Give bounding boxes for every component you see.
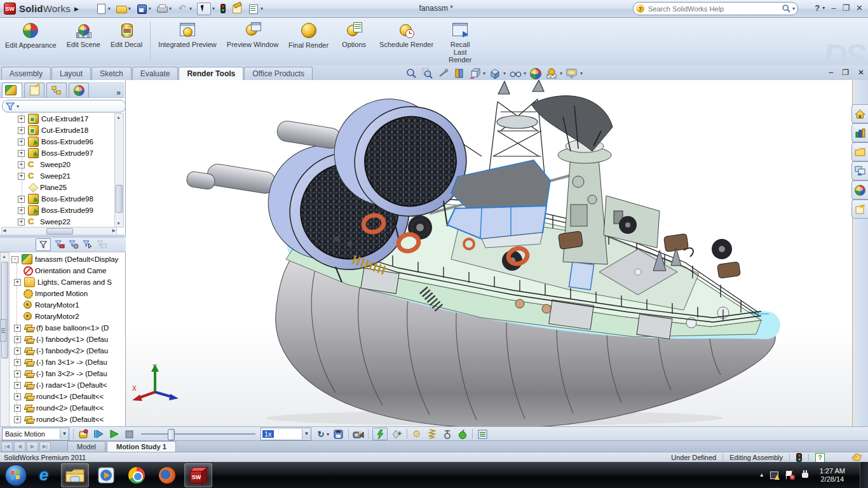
expand-toggle[interactable]: + xyxy=(14,359,21,366)
expand-toggle[interactable]: + xyxy=(18,173,25,180)
tab-evaluate[interactable]: Evaluate xyxy=(132,67,179,80)
filter-all-icon[interactable] xyxy=(36,238,51,251)
tree-item-root[interactable]: -fanassm (Default<Display xyxy=(9,254,125,265)
last-tab-button[interactable]: ▶| xyxy=(39,442,51,452)
spring-icon[interactable] xyxy=(426,428,438,440)
motion-properties-icon[interactable] xyxy=(477,428,488,440)
file-explorer-icon[interactable] xyxy=(851,142,868,161)
tree-item[interactable]: Orientation and Came xyxy=(9,265,125,276)
expand-toggle[interactable]: + xyxy=(14,279,21,286)
tree-item[interactable]: +(-) fan 3<2> -> (Defau xyxy=(9,368,125,379)
minimize-button[interactable]: – xyxy=(831,3,836,13)
displaymanager-icon[interactable] xyxy=(69,83,89,97)
tree-item[interactable]: RotaryMotor2 xyxy=(9,311,125,322)
tray-expand-icon[interactable]: ▲ xyxy=(759,472,764,478)
expand-toggle[interactable]: + xyxy=(14,336,21,343)
prev-tab-button[interactable]: ◀ xyxy=(14,442,25,452)
expand-toggle[interactable]: + xyxy=(18,161,25,168)
propertymanager-icon[interactable] xyxy=(24,83,44,97)
next-tab-button[interactable]: ▶ xyxy=(27,442,38,452)
tree-item[interactable]: +round<2> (Default<< xyxy=(9,402,125,414)
previous-view-icon[interactable] xyxy=(437,67,449,79)
view-settings-dropdown[interactable]: ▾ xyxy=(580,71,583,76)
design-library-icon[interactable] xyxy=(851,123,868,142)
tree-item[interactable]: +Boss-Extrude98 xyxy=(0,193,132,205)
display-style-dropdown[interactable]: ▾ xyxy=(503,71,506,76)
preview-window-button[interactable]: Preview Window xyxy=(223,20,282,50)
tag-icon[interactable] xyxy=(850,453,863,462)
tree-item[interactable]: +Cut-Extrude17 xyxy=(0,113,132,125)
expand-toggle[interactable]: + xyxy=(14,370,21,377)
filter-selected-icon[interactable] xyxy=(83,240,93,249)
zoom-to-area-icon[interactable] xyxy=(421,67,433,79)
tree-item[interactable]: +round<1> (Default<< xyxy=(9,391,125,402)
traffic-light-icon[interactable] xyxy=(796,453,802,462)
expand-toggle[interactable]: + xyxy=(18,127,25,134)
internet-explorer-icon[interactable]: e xyxy=(31,464,57,487)
study-type-dropdown[interactable]: ▼ xyxy=(60,429,69,439)
select-dropdown[interactable]: ▾ xyxy=(212,6,215,11)
tab-office-products[interactable]: Office Products xyxy=(244,67,313,80)
scroll-down-arrow[interactable]: ▼ xyxy=(115,220,122,227)
expand-toggle[interactable]: + xyxy=(14,416,21,423)
stop-icon[interactable] xyxy=(123,428,135,440)
view-settings-icon[interactable] xyxy=(566,67,578,79)
expand-toggle[interactable]: + xyxy=(18,116,25,123)
motion-setup-icon[interactable] xyxy=(372,428,388,440)
scroll-thumb[interactable] xyxy=(116,185,123,213)
expand-toggle[interactable]: + xyxy=(14,405,21,412)
tab-motion-study-1[interactable]: Motion Study 1 xyxy=(107,441,176,452)
menu-expand-arrow[interactable]: ▶ xyxy=(74,6,79,12)
solidworks-taskbar-icon[interactable]: SW xyxy=(184,463,212,487)
chrome-icon[interactable] xyxy=(123,464,150,487)
tree-item[interactable]: +round<3> (Default<< xyxy=(9,414,125,425)
tree-item[interactable]: +(f) base balloon<1> (D xyxy=(9,322,125,334)
print-dropdown[interactable]: ▾ xyxy=(169,6,172,11)
search-input[interactable] xyxy=(647,4,782,13)
panel-resize-grip[interactable] xyxy=(0,319,6,342)
expand-toggle[interactable]: + xyxy=(18,150,25,157)
edit-decal-button[interactable]: Edit Decal xyxy=(107,20,146,50)
tab-assembly[interactable]: Assembly xyxy=(1,67,51,80)
panel-overflow-chevron[interactable]: » xyxy=(116,88,121,97)
help-button[interactable]: ? xyxy=(815,3,820,13)
scroll-up-arrow[interactable]: ▲ xyxy=(115,114,122,121)
open-dropdown[interactable]: ▾ xyxy=(128,6,131,11)
show-desktop-button[interactable] xyxy=(860,462,868,488)
options-button[interactable]: Options xyxy=(335,20,373,50)
gravity-icon[interactable] xyxy=(457,428,468,440)
xpress-traffic-icon[interactable] xyxy=(220,3,226,15)
recall-last-render-button[interactable]: Recall Last Render xyxy=(440,20,480,65)
options-checklist-icon[interactable] xyxy=(248,3,259,15)
apply-scene-dropdown[interactable]: ▾ xyxy=(560,71,562,76)
help-dropdown[interactable]: ▾ xyxy=(822,5,825,13)
scroll-thumb[interactable] xyxy=(1,262,8,358)
timeline-slider[interactable] xyxy=(141,428,255,440)
slider-track[interactable] xyxy=(141,433,255,435)
graphics-viewport[interactable]: X Y xyxy=(126,80,853,426)
firefox-icon[interactable] xyxy=(154,464,180,487)
start-orb[interactable] xyxy=(5,464,27,486)
edit-scene-button[interactable]: Edit Scene xyxy=(63,20,104,50)
media-player-icon[interactable] xyxy=(93,464,119,487)
expand-toggle[interactable]: + xyxy=(18,219,25,226)
speed-dropdown[interactable]: ▼ xyxy=(302,429,311,439)
file-properties-icon[interactable] xyxy=(231,3,243,15)
expand-toggle[interactable]: + xyxy=(14,393,21,400)
tree-item[interactable]: +CSweep21 xyxy=(0,170,132,182)
damper-icon[interactable] xyxy=(442,428,453,440)
tree-item[interactable]: +CSweep20 xyxy=(0,159,132,170)
save-dropdown[interactable]: ▾ xyxy=(149,6,151,11)
search-icon[interactable] xyxy=(782,4,791,13)
expand-toggle[interactable]: + xyxy=(18,196,25,203)
undo-icon[interactable]: ↶ xyxy=(177,3,188,15)
help-search-box[interactable]: ? ▾ xyxy=(633,2,798,15)
new-document-icon[interactable] xyxy=(95,3,107,15)
save-animation-icon[interactable] xyxy=(333,428,344,440)
view-orientation-icon[interactable] xyxy=(468,67,481,79)
hide-show-items-icon[interactable] xyxy=(509,67,522,79)
close-button[interactable]: ✕ xyxy=(856,3,863,13)
configurationmanager-icon[interactable] xyxy=(46,83,67,97)
playback-mode-icon[interactable]: ↻ xyxy=(315,428,327,440)
tree-item[interactable]: +Cut-Extrude18 xyxy=(0,125,132,136)
